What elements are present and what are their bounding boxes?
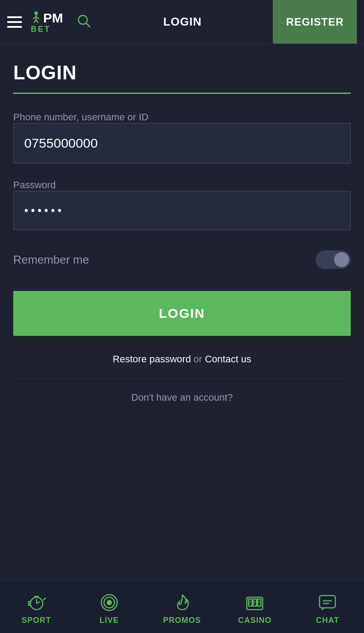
svg-text:7: 7 <box>257 600 260 605</box>
casino-icon: 7 7 7 <box>245 593 264 612</box>
login-nav-button[interactable]: LOGIN <box>163 15 201 29</box>
svg-point-0 <box>34 11 38 15</box>
svg-text:7: 7 <box>249 600 251 605</box>
remember-row: Remember me <box>13 246 351 273</box>
password-input[interactable] <box>13 191 351 230</box>
nav-label-promos: PROMOS <box>163 616 201 625</box>
nav-label-casino: CASINO <box>238 616 271 625</box>
search-button[interactable] <box>76 13 92 31</box>
logo-person-icon <box>31 11 41 25</box>
nav-label-live: LIVE <box>100 616 119 625</box>
svg-line-7 <box>86 23 90 27</box>
bottom-nav: SPORT LIVE PROMOS <box>0 580 364 633</box>
nav-item-live[interactable]: LIVE <box>73 581 145 633</box>
promos-icon <box>172 593 192 612</box>
phone-input[interactable] <box>13 123 351 164</box>
main-content: LOGIN Phone number, username or ID Passw… <box>0 44 364 465</box>
logo-bet-text: BET <box>31 25 63 33</box>
phone-label: Phone number, username or ID <box>13 112 149 123</box>
live-icon <box>100 593 119 612</box>
sport-icon <box>27 593 46 612</box>
page-title: LOGIN <box>13 62 351 84</box>
logo-pm-text: PM <box>43 11 63 25</box>
logo[interactable]: PM BET <box>31 11 63 33</box>
no-account-text: Don't have an account? <box>13 392 351 403</box>
restore-password-link[interactable]: Restore password <box>113 354 191 365</box>
or-text: or <box>191 354 205 365</box>
svg-point-15 <box>107 600 112 605</box>
login-button[interactable]: LOGIN <box>13 291 351 336</box>
nav-item-sport[interactable]: SPORT <box>0 581 73 633</box>
remember-label: Remember me <box>13 253 89 267</box>
svg-point-6 <box>78 15 87 24</box>
logo-text: PM BET <box>31 11 63 33</box>
restore-row: Restore password or Contact us <box>13 354 351 365</box>
password-label: Password <box>13 179 56 190</box>
nav-label-sport: SPORT <box>22 616 51 625</box>
nav-label-chat: CHAT <box>316 616 339 625</box>
svg-rect-23 <box>319 596 335 608</box>
nav-item-chat[interactable]: CHAT <box>291 581 364 633</box>
toggle-track <box>316 250 351 269</box>
section-divider <box>13 93 351 94</box>
nav-item-casino[interactable]: 7 7 7 CASINO <box>219 581 291 633</box>
header-center: LOGIN <box>92 15 273 29</box>
chat-icon <box>318 593 337 612</box>
restore-divider <box>13 378 351 379</box>
menu-button[interactable] <box>7 16 22 28</box>
nav-item-promos[interactable]: PROMOS <box>145 581 218 633</box>
contact-us-link[interactable]: Contact us <box>205 354 251 365</box>
svg-line-5 <box>36 20 38 23</box>
svg-text:7: 7 <box>253 600 256 605</box>
header: PM BET LOGIN REGISTER <box>0 0 364 44</box>
toggle-thumb <box>334 252 349 267</box>
register-button[interactable]: REGISTER <box>273 0 357 44</box>
header-left: PM BET <box>7 11 92 33</box>
remember-toggle[interactable] <box>316 250 351 269</box>
